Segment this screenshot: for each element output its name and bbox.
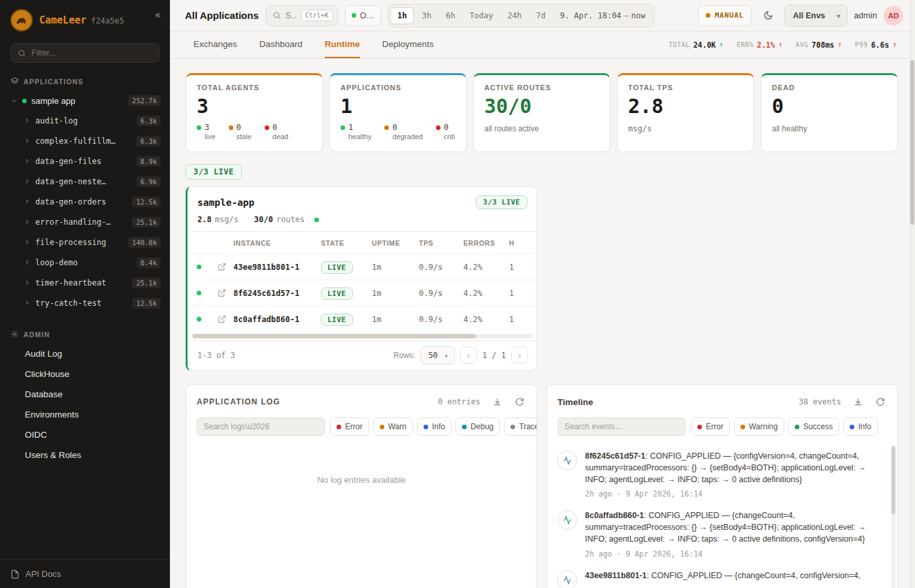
timeline-event[interactable]: 8c0affadb860-1: CONFIG_APPLIED — {change… (557, 504, 880, 564)
trend-up-icon: ↑ (719, 41, 724, 49)
external-link-icon[interactable] (218, 289, 226, 297)
connection-status-chip[interactable]: O… (345, 5, 381, 26)
sidebar-item-data-gen-orders[interactable]: data-gen-orders 12.5k (0, 191, 170, 212)
download-logs-button[interactable] (490, 394, 505, 410)
card-label: TOTAL TPS (628, 84, 743, 91)
download-events-button[interactable] (850, 394, 866, 410)
route-label: file-processing (35, 238, 106, 247)
state-badge: LIVE (321, 287, 353, 300)
refresh-logs-button[interactable] (512, 394, 527, 410)
filter-chip-debug[interactable]: Debug (456, 417, 500, 436)
document-icon (10, 570, 20, 579)
stat-err: ERR% 2.1% ↑ (737, 41, 782, 50)
sidebar-item-timer-heartbeat[interactable]: timer-heartbeat 25.1k (0, 272, 170, 293)
filter-input[interactable] (31, 48, 152, 57)
application-log-panel: APPLICATION LOG 0 entries (186, 384, 537, 588)
external-link-icon[interactable] (218, 315, 226, 323)
route-label: error-handling-… (35, 218, 111, 227)
sidebar-item-admin-environments[interactable]: Environments (0, 404, 170, 425)
time-range-24h[interactable]: 24h (501, 8, 529, 24)
env-select-value: All Envs (793, 11, 825, 20)
chevron-right-icon (24, 157, 31, 165)
time-range-3h[interactable]: 3h (415, 8, 437, 24)
route-label: try-catch-test (35, 299, 101, 308)
sidebar-item-complex-fulfillment[interactable]: complex-fulfillm… 6.3k (0, 131, 170, 151)
sidebar-item-admin-database[interactable]: Database (0, 384, 170, 404)
card-label: DEAD (772, 84, 887, 91)
filter-chip-success[interactable]: Success (788, 417, 839, 436)
sidebar-item-data-gen-files[interactable]: data-gen-files 8.9k (0, 151, 170, 171)
tab-exchanges[interactable]: Exchanges (193, 31, 237, 58)
sidebar-item-loop-demo[interactable]: loop-demo 8.4k (0, 252, 170, 272)
event-timestamp: 2h ago · 9 Apr 2026, 16:14 (585, 489, 880, 498)
sidebar-filter (10, 43, 159, 63)
global-search[interactable]: S… Ctrl+K (265, 5, 339, 26)
scrollbar-thumb[interactable] (891, 446, 895, 514)
timeline-event[interactable]: 8f6245c61d57-1: CONFIG_APPLIED — {config… (557, 445, 880, 504)
scrollbar-thumb[interactable] (193, 334, 476, 338)
horizontal-scrollbar (191, 334, 533, 338)
trend-up-icon: ↑ (892, 41, 897, 49)
external-link-icon[interactable] (218, 263, 226, 271)
sidebar-item-data-gen-nested[interactable]: data-gen-neste… 6.9k (0, 171, 170, 191)
scrollbar-thumb[interactable] (910, 60, 914, 225)
activity-icon (557, 451, 577, 470)
sub-stat-dead: 0 dead (265, 123, 288, 140)
sidebar-item-audit-log[interactable]: audit-log 6.3k (0, 110, 170, 131)
rows-per-page-select[interactable]: 50 (420, 346, 454, 365)
sidebar-item-try-catch-test[interactable]: try-catch-test 12.5k (0, 293, 170, 313)
sidebar-item-admin-clickhouse[interactable]: ClickHouse (0, 364, 170, 384)
tab-deployments[interactable]: Deployments (382, 31, 434, 58)
status-dot (197, 265, 201, 269)
time-range-6h[interactable]: 6h (439, 8, 461, 24)
tab-runtime[interactable]: Runtime (325, 31, 360, 58)
filter-chip-trace[interactable]: Trace (504, 417, 537, 436)
env-select[interactable]: All Envs (784, 5, 847, 27)
time-range-7d[interactable]: 7d (529, 8, 552, 24)
card-value: 0 (772, 97, 887, 116)
sidebar-item-error-handling[interactable]: error-handling-… 25.1k (0, 212, 170, 232)
tab-dashboard[interactable]: Dashboard (259, 31, 303, 58)
application-card: sample-app 3/3 LIVE 2.8 msg/s 30/0 route… (186, 186, 537, 371)
application-name[interactable]: sample-app (197, 197, 254, 208)
dark-mode-toggle[interactable] (758, 6, 778, 25)
user-name: admin (854, 10, 877, 20)
download-icon (493, 397, 502, 406)
prev-page-button[interactable]: ‹ (460, 347, 477, 364)
sidebar-item-admin-oidc[interactable]: OIDC (0, 425, 170, 445)
route-label: data-gen-files (35, 157, 101, 166)
refresh-events-button[interactable] (873, 394, 888, 410)
table-row[interactable]: 43ee9811b801-1 LIVE 1m 0.9/s 4.2% 1 (188, 253, 537, 280)
event-search-input[interactable] (557, 417, 686, 436)
api-docs-link[interactable]: API Docs (0, 559, 170, 588)
sidebar-collapse-button[interactable]: « (155, 9, 161, 21)
sidebar-item-admin-audit-log[interactable]: Audit Log (0, 344, 170, 364)
filter-chip-warn[interactable]: Warn (373, 417, 413, 436)
avatar[interactable]: AD (884, 6, 903, 25)
time-range-1h[interactable]: 1h (390, 7, 414, 24)
filter-chip-info[interactable]: Info (417, 417, 452, 436)
count-badge: 12.5k (132, 298, 161, 308)
sidebar-item-sample-app[interactable]: sample app 252.7k (0, 91, 170, 110)
table-row[interactable]: 8c0affadb860-1 LIVE 1m 0.9/s 4.2% 1 (188, 306, 537, 332)
entry-count: 0 entries (438, 397, 480, 406)
next-page-button[interactable]: › (511, 347, 528, 364)
card-subtext: all routes active (484, 124, 599, 133)
chevron-right-icon (24, 117, 31, 124)
camel-logo-icon (10, 9, 33, 31)
sidebar-item-admin-users-roles[interactable]: Users & Roles (0, 445, 170, 465)
card-subtext: all healthy (772, 124, 887, 133)
time-range-today[interactable]: Today (463, 8, 499, 24)
manual-mode-chip[interactable]: MANUAL (698, 5, 752, 26)
filter-chip-info[interactable]: Info (843, 417, 878, 436)
chevron-right-icon (24, 259, 31, 266)
sidebar-item-file-processing[interactable]: file-processing 140.8k (0, 232, 170, 252)
filter-chip-error[interactable]: Error (330, 417, 369, 436)
date-range[interactable]: 9. Apr. 18:04—now (554, 11, 652, 20)
table-row[interactable]: 8f6245c61d57-1 LIVE 1m 0.9/s 4.2% 1 (188, 280, 537, 306)
timeline-event[interactable]: 43ee9811b801-1: CONFIG_APPLIED — {change… (557, 564, 880, 588)
log-search-input[interactable] (197, 417, 325, 436)
filter-chip-error[interactable]: Error (691, 417, 730, 436)
filter-chip-warning[interactable]: Warning (734, 417, 784, 436)
connection-status-label: O… (360, 11, 374, 20)
